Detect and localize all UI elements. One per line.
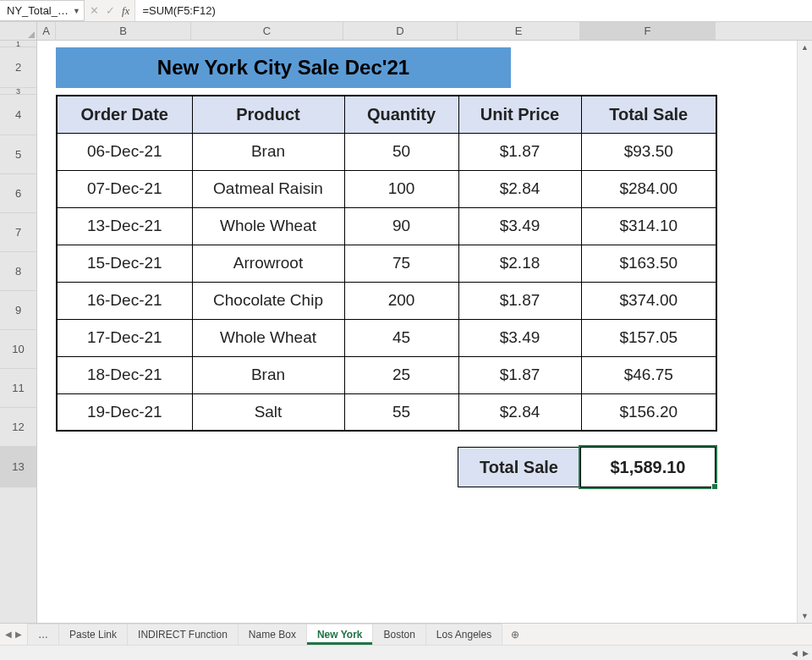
total-sale-value-cell[interactable]: $1,589.10: [580, 447, 716, 487]
row-11[interactable]: 11: [0, 369, 36, 408]
scroll-right-icon[interactable]: ▶: [803, 649, 809, 657]
tab-new-york[interactable]: New York: [307, 624, 374, 645]
tab-los-angeles[interactable]: Los Angeles: [426, 624, 502, 645]
accept-formula-icon[interactable]: ✓: [106, 4, 115, 17]
cell-qty[interactable]: 25: [344, 356, 458, 393]
spreadsheet-grid: A B C D E F 1 2 3 4 5 6 7 8 9 10 11 12 1…: [0, 22, 812, 623]
tab-nav[interactable]: ◀ ▶: [0, 624, 28, 645]
col-E[interactable]: E: [458, 22, 580, 40]
cell-qty[interactable]: 90: [344, 207, 458, 245]
formula-input[interactable]: =SUM(F5:F12): [135, 0, 812, 21]
row-8[interactable]: 8: [0, 252, 36, 291]
cell-qty[interactable]: 45: [344, 319, 458, 356]
tab-paste-link[interactable]: Paste Link: [59, 624, 128, 645]
cell-total[interactable]: $284.00: [581, 170, 716, 207]
cell-qty[interactable]: 200: [344, 282, 458, 319]
add-sheet-button[interactable]: ⊕: [502, 624, 528, 645]
cell-date[interactable]: 15-Dec-21: [57, 245, 192, 282]
cell-total[interactable]: $46.75: [581, 356, 716, 393]
cell-price[interactable]: $2.18: [458, 245, 581, 282]
th-product[interactable]: Product: [192, 96, 344, 133]
cell-product[interactable]: Chocolate Chip: [192, 282, 344, 319]
cell-total[interactable]: $374.00: [581, 282, 716, 319]
cell-price[interactable]: $1.87: [458, 133, 581, 170]
col-B[interactable]: B: [56, 22, 191, 40]
cell-price[interactable]: $1.87: [458, 282, 581, 319]
row-12[interactable]: 12: [0, 408, 36, 447]
cell-qty[interactable]: 50: [344, 133, 458, 170]
cell-qty[interactable]: 75: [344, 245, 458, 282]
cancel-formula-icon[interactable]: ✕: [90, 4, 99, 17]
cell-product[interactable]: Whole Wheat: [192, 207, 344, 245]
cells-area[interactable]: New York City Sale Dec'21 Order Date Pro…: [37, 41, 812, 623]
table-row: 19-Dec-21Salt55$2.84$156.20: [57, 393, 716, 431]
tab-nav-prev-icon[interactable]: ◀: [5, 630, 12, 639]
th-unitprice[interactable]: Unit Price: [458, 96, 581, 133]
cell-date[interactable]: 13-Dec-21: [57, 207, 192, 245]
cell-total[interactable]: $157.05: [581, 319, 716, 356]
page-title: New York City Sale Dec'21: [56, 47, 511, 88]
row-1[interactable]: 1: [0, 41, 36, 47]
cell-total[interactable]: $314.10: [581, 207, 716, 245]
row-3[interactable]: 3: [0, 88, 36, 95]
cell-product[interactable]: Arrowroot: [192, 245, 344, 282]
table-row: 07-Dec-21Oatmeal Raisin100$2.84$284.00: [57, 170, 716, 207]
cell-date[interactable]: 16-Dec-21: [57, 282, 192, 319]
cell-date[interactable]: 17-Dec-21: [57, 319, 192, 356]
table-row: 15-Dec-21Arrowroot75$2.18$163.50: [57, 245, 716, 282]
cell-total[interactable]: $156.20: [581, 393, 716, 431]
row-9[interactable]: 9: [0, 291, 36, 330]
row-13[interactable]: 13: [0, 447, 36, 487]
row-5[interactable]: 5: [0, 135, 36, 174]
scroll-left-icon[interactable]: ◀: [792, 649, 798, 657]
table-row: 17-Dec-21Whole Wheat45$3.49$157.05: [57, 319, 716, 356]
cell-date[interactable]: 06-Dec-21: [57, 133, 192, 170]
tab-nav-next-icon[interactable]: ▶: [15, 630, 22, 639]
col-D[interactable]: D: [343, 22, 458, 40]
cell-price[interactable]: $2.84: [458, 170, 581, 207]
cell-price[interactable]: $3.49: [458, 319, 581, 356]
fx-icon[interactable]: fx: [122, 4, 129, 18]
sheet-tabs-bar: ◀ ▶ … Paste Link INDIRECT Function Name …: [0, 623, 812, 645]
cell-price[interactable]: $1.87: [458, 356, 581, 393]
cell-date[interactable]: 07-Dec-21: [57, 170, 192, 207]
vertical-scrollbar[interactable]: ▲ ▼: [797, 41, 812, 623]
cell-product[interactable]: Bran: [192, 133, 344, 170]
tab-indirect[interactable]: INDIRECT Function: [128, 624, 239, 645]
col-F[interactable]: F: [580, 22, 716, 40]
row-6[interactable]: 6: [0, 174, 36, 213]
col-A[interactable]: A: [37, 22, 56, 40]
formula-bar: NY_Total_… ▼ ✕ ✓ fx =SUM(F5:F12): [0, 0, 812, 22]
tab-ellipsis[interactable]: …: [28, 624, 59, 645]
cell-qty[interactable]: 55: [344, 393, 458, 431]
cell-product[interactable]: Whole Wheat: [192, 319, 344, 356]
select-all-corner[interactable]: [0, 22, 37, 40]
table-header-row: Order Date Product Quantity Unit Price T…: [57, 96, 716, 133]
row-10[interactable]: 10: [0, 330, 36, 369]
chevron-down-icon[interactable]: ▼: [73, 7, 80, 15]
cell-price[interactable]: $2.84: [458, 393, 581, 431]
scroll-up-icon[interactable]: ▲: [798, 41, 812, 54]
row-7[interactable]: 7: [0, 213, 36, 252]
tab-namebox[interactable]: Name Box: [239, 624, 307, 645]
horizontal-scrollbar[interactable]: ◀ ▶: [0, 645, 812, 660]
cell-date[interactable]: 19-Dec-21: [57, 393, 192, 431]
cell-price[interactable]: $3.49: [458, 207, 581, 245]
row-2[interactable]: 2: [0, 47, 36, 88]
th-orderdate[interactable]: Order Date: [57, 96, 192, 133]
th-totalsale[interactable]: Total Sale: [581, 96, 716, 133]
cell-total[interactable]: $93.50: [581, 133, 716, 170]
scroll-down-icon[interactable]: ▼: [798, 609, 812, 623]
col-C[interactable]: C: [191, 22, 343, 40]
total-sale-label-cell[interactable]: Total Sale: [458, 447, 580, 487]
row-4[interactable]: 4: [0, 95, 36, 135]
cell-date[interactable]: 18-Dec-21: [57, 356, 192, 393]
cell-product[interactable]: Oatmeal Raisin: [192, 170, 344, 207]
th-quantity[interactable]: Quantity: [344, 96, 458, 133]
cell-product[interactable]: Bran: [192, 356, 344, 393]
cell-total[interactable]: $163.50: [581, 245, 716, 282]
name-box[interactable]: NY_Total_… ▼: [0, 0, 85, 21]
cell-product[interactable]: Salt: [192, 393, 344, 431]
tab-boston[interactable]: Boston: [373, 624, 425, 645]
cell-qty[interactable]: 100: [344, 170, 458, 207]
